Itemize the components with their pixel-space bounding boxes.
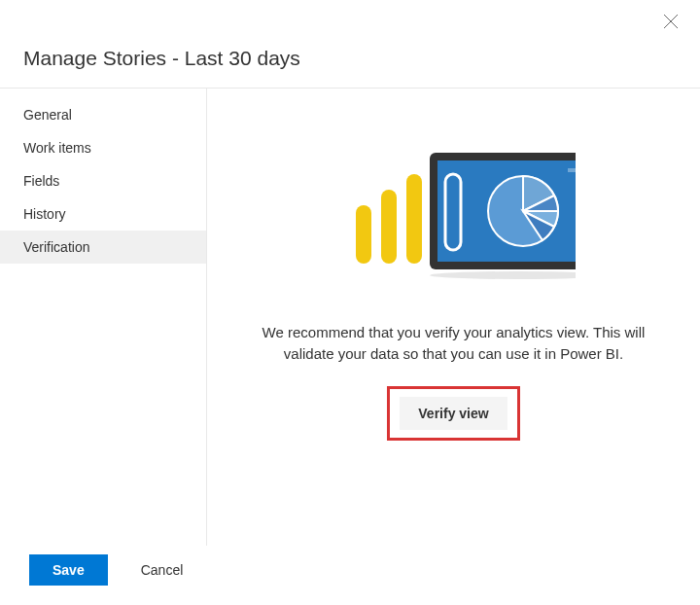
- verification-message: We recommend that you verify your analyt…: [246, 322, 661, 365]
- svg-rect-3: [381, 190, 397, 264]
- save-button[interactable]: Save: [29, 554, 108, 586]
- sidebar-item-fields[interactable]: Fields: [0, 164, 206, 197]
- cancel-button[interactable]: Cancel: [122, 554, 203, 586]
- verify-view-button[interactable]: Verify view: [400, 397, 507, 430]
- sidebar-item-general[interactable]: General: [0, 98, 206, 131]
- close-icon[interactable]: [663, 14, 679, 29]
- svg-point-10: [430, 271, 576, 279]
- sidebar-item-label: General: [23, 107, 72, 123]
- sidebar-item-history[interactable]: History: [0, 197, 206, 231]
- sidebar: General Work items Fields History Verifi…: [0, 89, 207, 546]
- dialog-footer: Save Cancel: [29, 554, 202, 586]
- dialog-header: Manage Stories - Last 30 days: [0, 0, 700, 88]
- svg-rect-4: [406, 174, 422, 264]
- sidebar-item-label: Verification: [23, 239, 89, 255]
- sidebar-item-work-items[interactable]: Work items: [0, 131, 206, 164]
- sidebar-item-label: Fields: [23, 173, 59, 189]
- verify-highlight-box: Verify view: [387, 386, 519, 441]
- chart-illustration-icon: [332, 147, 576, 287]
- sidebar-item-label: History: [23, 206, 66, 222]
- page-title: Manage Stories - Last 30 days: [23, 47, 677, 70]
- content-area: General Work items Fields History Verifi…: [0, 89, 700, 546]
- svg-rect-7: [568, 168, 576, 172]
- sidebar-item-label: Work items: [23, 140, 91, 156]
- main-panel: We recommend that you verify your analyt…: [207, 89, 700, 546]
- svg-rect-2: [356, 205, 371, 264]
- sidebar-item-verification[interactable]: Verification: [0, 231, 206, 264]
